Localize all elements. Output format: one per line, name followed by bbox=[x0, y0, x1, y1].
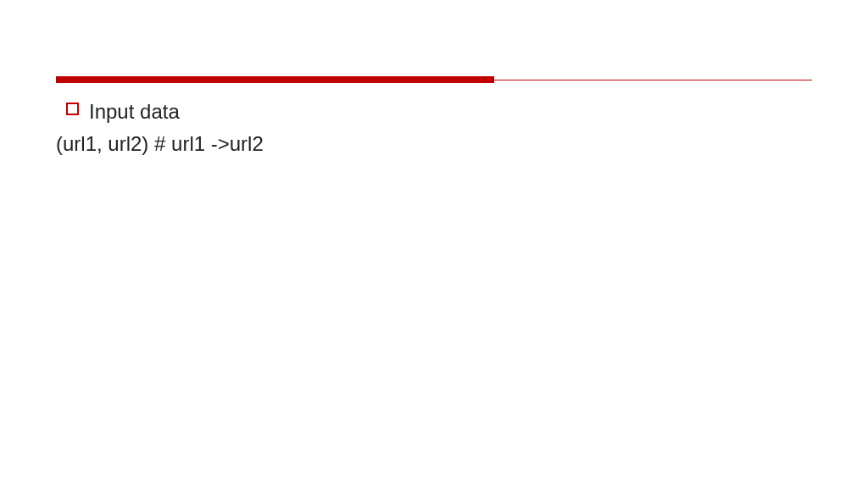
bullet-item: Input data bbox=[66, 98, 812, 125]
rule-thick-segment bbox=[56, 76, 494, 83]
horizontal-rule bbox=[56, 76, 812, 83]
bullet-label: Input data bbox=[89, 98, 180, 125]
body-text: (url1, url2) # url1 ->url2 bbox=[56, 130, 812, 158]
square-bullet-icon bbox=[66, 103, 79, 115]
slide-content: Input data (url1, url2) # url1 ->url2 bbox=[0, 0, 868, 158]
